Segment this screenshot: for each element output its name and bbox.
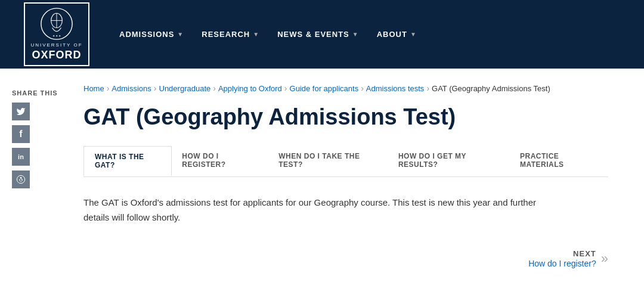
tab-when-test[interactable]: WHEN DO I TAKE THE TEST? (268, 146, 388, 176)
svg-point-6 (19, 179, 20, 181)
breadcrumb-home[interactable]: Home (83, 84, 104, 93)
svg-line-9 (21, 179, 22, 179)
breadcrumb-guide[interactable]: Guide for applicants (290, 84, 359, 93)
tab-practice[interactable]: PRACTICE MATERIALS (509, 146, 609, 176)
admissions-arrow-icon: ▼ (177, 31, 184, 38)
tab-register[interactable]: HOW DO I REGISTER? (171, 146, 268, 176)
oxford-label: OXFORD (32, 49, 81, 61)
nav-about[interactable]: ABOUT ▼ (377, 30, 417, 39)
sidebar: SHARE THIS f in (0, 80, 78, 287)
twitter-share-button[interactable] (12, 103, 30, 120)
share-label: SHARE THIS (12, 89, 66, 97)
linkedin-icon: in (18, 153, 24, 160)
next-link[interactable]: How do I register? (528, 259, 596, 268)
twitter-icon (16, 107, 26, 116)
reddit-share-button[interactable] (12, 170, 30, 188)
breadcrumb-sep-2: › (154, 83, 157, 93)
main-content: Home › Admissions › Undergraduate › Appl… (78, 80, 644, 287)
facebook-icon: f (19, 129, 22, 139)
site-header: ✦ ✦ ✦ UNIVERSITY OF OXFORD ADMISSIONS ▼ … (0, 0, 644, 69)
breadcrumb-sep-5: › (361, 83, 364, 93)
svg-point-8 (20, 177, 22, 179)
svg-point-5 (17, 175, 24, 183)
breadcrumb-sep-6: › (426, 83, 429, 93)
page-title: GAT (Geography Admissions Test) (83, 104, 608, 131)
breadcrumb-sep-4: › (284, 83, 287, 93)
next-navigation: NEXT How do I register? » (83, 249, 608, 269)
breadcrumb-current: GAT (Geography Admissions Test) (432, 84, 550, 93)
breadcrumb-undergraduate[interactable]: Undergraduate (159, 84, 211, 93)
tab-content: The GAT is Oxford's admissions test for … (83, 195, 608, 225)
content-paragraph: The GAT is Oxford's admissions test for … (83, 195, 537, 225)
about-arrow-icon: ▼ (410, 31, 417, 38)
social-icons: f in (12, 103, 66, 188)
breadcrumb-admissions-tests[interactable]: Admissions tests (366, 84, 425, 93)
next-word: NEXT (528, 249, 596, 258)
svg-point-7 (21, 179, 23, 181)
nav-news-events[interactable]: NEWS & EVENTS ▼ (277, 30, 359, 39)
nav-research[interactable]: RESEARCH ▼ (202, 30, 259, 39)
breadcrumb-admissions[interactable]: Admissions (112, 84, 151, 93)
breadcrumb-applying[interactable]: Applying to Oxford (218, 84, 282, 93)
main-nav: ADMISSIONS ▼ RESEARCH ▼ NEWS & EVENTS ▼ … (119, 30, 417, 39)
research-arrow-icon: ▼ (253, 31, 259, 38)
reddit-icon (16, 175, 26, 184)
crest-icon: ✦ ✦ ✦ (40, 7, 73, 41)
nav-admissions[interactable]: ADMISSIONS ▼ (119, 30, 184, 39)
oxford-logo[interactable]: ✦ ✦ ✦ UNIVERSITY OF OXFORD (24, 2, 89, 66)
facebook-share-button[interactable]: f (12, 125, 30, 143)
breadcrumb-sep-3: › (213, 83, 216, 93)
tab-bar: WHAT IS THE GAT? HOW DO I REGISTER? WHEN… (83, 146, 608, 177)
university-of-label: UNIVERSITY OF (30, 42, 82, 48)
news-arrow-icon: ▼ (352, 31, 359, 38)
tab-results[interactable]: HOW DO I GET MY RESULTS? (388, 146, 510, 176)
svg-text:✦ ✦ ✦: ✦ ✦ ✦ (52, 35, 61, 38)
content-wrapper: SHARE THIS f in (0, 69, 644, 287)
tab-what-is-gat[interactable]: WHAT IS THE GAT? (83, 146, 172, 176)
linkedin-share-button[interactable]: in (12, 148, 30, 166)
breadcrumb-sep-1: › (107, 83, 110, 93)
next-arrow-icon[interactable]: » (601, 251, 608, 266)
next-label: NEXT How do I register? (528, 249, 596, 269)
breadcrumb: Home › Admissions › Undergraduate › Appl… (83, 83, 608, 93)
